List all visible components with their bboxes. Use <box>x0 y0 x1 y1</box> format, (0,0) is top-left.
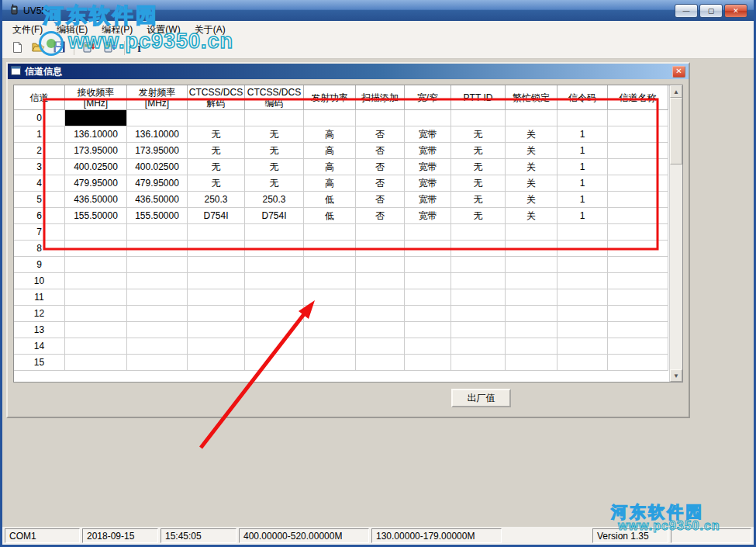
table-cell[interactable] <box>65 110 127 126</box>
table-cell[interactable] <box>304 110 356 126</box>
table-cell[interactable]: 否 <box>356 208 405 224</box>
table-cell[interactable] <box>188 110 245 126</box>
table-cell[interactable] <box>188 289 245 306</box>
table-cell[interactable] <box>405 273 451 289</box>
table-cell[interactable]: 400.02500 <box>65 159 127 175</box>
table-cell[interactable]: 低 <box>304 208 356 224</box>
table-cell[interactable] <box>558 306 608 322</box>
table-cell[interactable]: 436.50000 <box>65 192 127 208</box>
menu-item[interactable]: 关于(A) <box>188 21 233 39</box>
table-cell[interactable]: 宽带 <box>405 126 451 143</box>
table-cell[interactable]: 无 <box>188 159 245 175</box>
table-cell[interactable] <box>558 338 608 355</box>
read-from-radio-button[interactable] <box>80 40 98 57</box>
table-cell[interactable] <box>127 224 188 241</box>
table-cell[interactable] <box>127 289 188 306</box>
table-cell[interactable]: 高 <box>304 143 356 159</box>
table-cell[interactable] <box>451 224 506 241</box>
menu-item[interactable]: 文件(F) <box>5 21 50 39</box>
table-cell[interactable] <box>558 110 608 126</box>
table-cell[interactable]: 无 <box>451 192 506 208</box>
table-cell[interactable] <box>356 322 405 338</box>
table-cell[interactable] <box>451 241 506 257</box>
table-cell[interactable] <box>506 241 558 257</box>
column-header[interactable]: 宽/窄 <box>405 85 451 110</box>
table-cell[interactable] <box>245 273 304 289</box>
table-cell[interactable]: 关 <box>506 208 558 224</box>
new-document-button[interactable] <box>9 40 26 57</box>
table-cell[interactable] <box>245 241 304 257</box>
table-cell[interactable] <box>506 224 558 241</box>
table-cell[interactable] <box>356 306 405 322</box>
table-cell[interactable] <box>608 110 668 126</box>
table-cell[interactable] <box>356 241 405 257</box>
column-header[interactable]: 信道名称 <box>608 85 668 110</box>
menu-item[interactable]: 设置(W) <box>140 21 187 39</box>
table-cell[interactable] <box>65 355 127 371</box>
table-cell[interactable] <box>506 355 558 371</box>
corner-header[interactable]: 信道 <box>14 85 65 110</box>
table-cell[interactable] <box>356 110 405 126</box>
table-cell[interactable] <box>245 257 304 273</box>
menu-item[interactable]: 编辑(E) <box>50 21 95 39</box>
write-to-radio-button[interactable] <box>101 40 119 57</box>
table-cell[interactable]: 400.02500 <box>127 159 188 175</box>
table-cell[interactable] <box>558 289 608 306</box>
row-header[interactable]: 3 <box>14 159 65 175</box>
table-cell[interactable]: 1 <box>558 143 608 159</box>
table-cell[interactable]: 1 <box>558 159 608 175</box>
table-cell[interactable] <box>506 289 558 306</box>
table-cell[interactable] <box>405 257 451 273</box>
table-cell[interactable] <box>558 273 608 289</box>
row-header[interactable]: 1 <box>14 126 65 143</box>
table-cell[interactable]: 1 <box>558 192 608 208</box>
table-cell[interactable] <box>65 241 127 257</box>
table-cell[interactable]: 无 <box>451 143 506 159</box>
save-button[interactable] <box>50 40 68 57</box>
table-cell[interactable] <box>608 143 668 159</box>
table-cell[interactable]: 无 <box>451 159 506 175</box>
row-header[interactable]: 4 <box>14 175 65 192</box>
table-cell[interactable]: D754I <box>188 208 245 224</box>
vertical-scrollbar[interactable]: ▲ ▼ <box>669 85 682 382</box>
table-cell[interactable] <box>608 175 668 192</box>
table-cell[interactable]: 无 <box>245 175 304 192</box>
column-header[interactable]: 发射功率 <box>304 85 356 110</box>
table-cell[interactable]: 关 <box>506 175 558 192</box>
table-cell[interactable] <box>608 126 668 143</box>
maximize-button[interactable]: ▢ <box>699 4 723 18</box>
row-header[interactable]: 8 <box>14 241 65 257</box>
table-cell[interactable] <box>65 306 127 322</box>
table-cell[interactable] <box>65 257 127 273</box>
table-cell[interactable]: 无 <box>245 159 304 175</box>
table-cell[interactable]: 否 <box>356 126 405 143</box>
table-cell[interactable] <box>451 273 506 289</box>
table-cell[interactable] <box>506 338 558 355</box>
table-cell[interactable]: 无 <box>451 126 506 143</box>
row-header[interactable]: 12 <box>14 306 65 322</box>
table-cell[interactable]: 250.3 <box>188 192 245 208</box>
table-cell[interactable] <box>451 289 506 306</box>
table-cell[interactable]: 155.50000 <box>65 208 127 224</box>
row-header[interactable]: 7 <box>14 224 65 241</box>
table-cell[interactable] <box>451 322 506 338</box>
row-header[interactable]: 6 <box>14 208 65 224</box>
row-header[interactable]: 10 <box>14 273 65 289</box>
column-header[interactable]: PTT ID <box>451 85 506 110</box>
table-cell[interactable] <box>304 241 356 257</box>
table-cell[interactable] <box>127 241 188 257</box>
table-cell[interactable]: 宽带 <box>405 143 451 159</box>
row-header[interactable]: 0 <box>14 110 65 126</box>
table-cell[interactable]: 否 <box>356 175 405 192</box>
row-header[interactable]: 2 <box>14 143 65 159</box>
table-cell[interactable] <box>127 338 188 355</box>
channel-window-close-button[interactable]: ✕ <box>672 66 685 78</box>
table-cell[interactable]: 宽带 <box>405 192 451 208</box>
table-cell[interactable] <box>245 110 304 126</box>
table-cell[interactable]: 136.10000 <box>127 126 188 143</box>
table-cell[interactable]: 479.95000 <box>65 175 127 192</box>
table-cell[interactable] <box>65 289 127 306</box>
table-cell[interactable]: 1 <box>558 175 608 192</box>
table-cell[interactable] <box>608 224 668 241</box>
row-header[interactable]: 5 <box>14 192 65 208</box>
